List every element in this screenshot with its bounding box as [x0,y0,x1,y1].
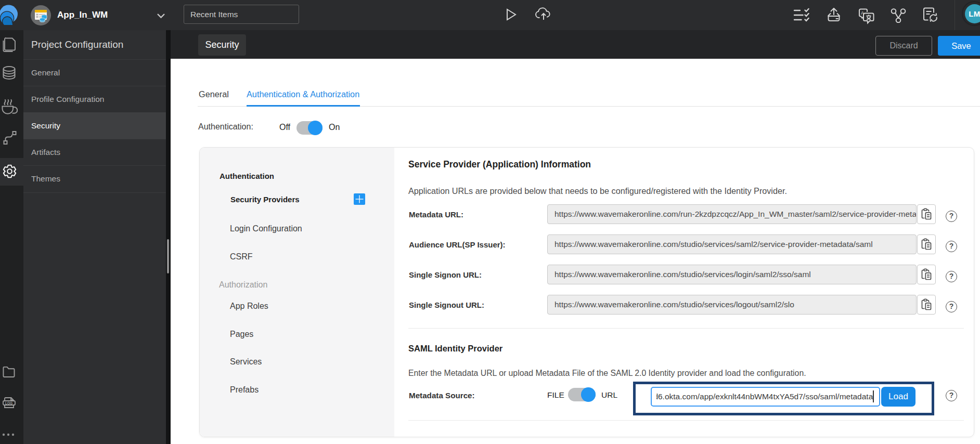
svg-text:LOG: LOG [5,401,12,405]
